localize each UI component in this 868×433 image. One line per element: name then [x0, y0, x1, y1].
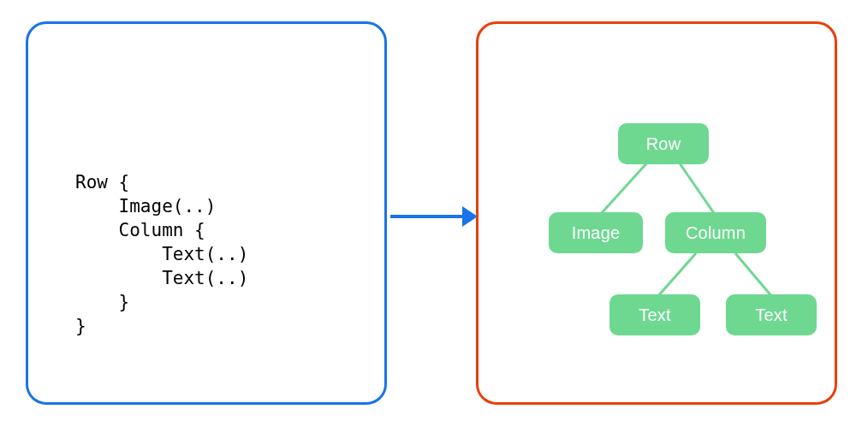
- code-panel: Row { Image(..) Column { Text(..) Text(.…: [26, 21, 387, 405]
- tree-node-text-right: Text: [726, 294, 817, 335]
- code-line: }: [75, 316, 86, 336]
- code-line: Image(..): [75, 196, 216, 216]
- code-line: Text(..): [75, 244, 248, 264]
- tree-node-column: Column: [665, 212, 766, 253]
- tree-node-label: Text: [639, 305, 670, 325]
- tree-node-label: Text: [755, 305, 787, 325]
- svg-line-1: [678, 161, 716, 216]
- code-block: Row { Image(..) Column { Text(..) Text(.…: [75, 170, 248, 338]
- arrow-icon: [390, 210, 476, 223]
- tree-node-image: Image: [549, 212, 643, 253]
- tree-node-label: Row: [646, 134, 681, 154]
- tree-panel: Row Image Column Text Text: [476, 21, 837, 405]
- svg-line-0: [599, 161, 649, 216]
- svg-line-3: [735, 253, 773, 298]
- svg-line-2: [657, 253, 696, 298]
- code-line: Row {: [75, 172, 129, 193]
- diagram-stage: Row { Image(..) Column { Text(..) Text(.…: [0, 0, 868, 433]
- tree-node-label: Column: [686, 223, 746, 243]
- code-line: }: [75, 292, 129, 312]
- tree-node-root: Row: [618, 123, 709, 164]
- code-line: Column {: [75, 220, 205, 240]
- tree-node-text-left: Text: [609, 294, 700, 335]
- tree-node-label: Image: [572, 223, 621, 243]
- code-line: Text(..): [75, 268, 248, 288]
- tree-connectors: [479, 24, 835, 402]
